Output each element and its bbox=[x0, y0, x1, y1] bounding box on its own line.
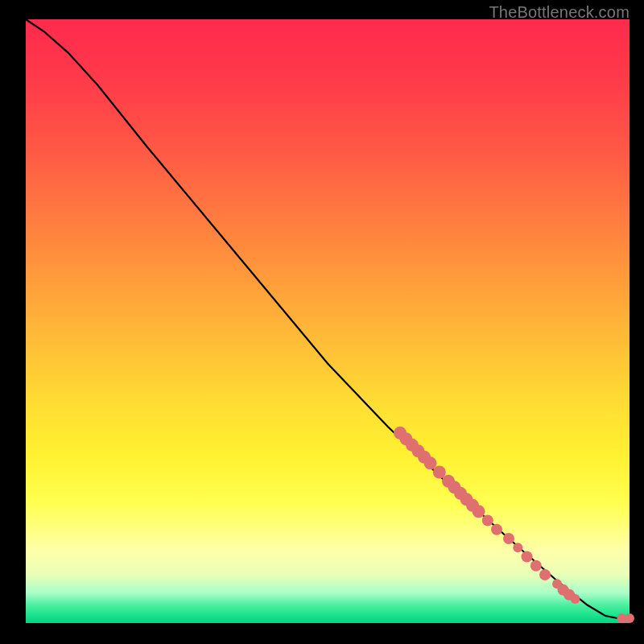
data-marker bbox=[530, 560, 542, 572]
data-marker bbox=[522, 551, 533, 563]
data-marker bbox=[513, 543, 522, 552]
attribution-text: TheBottleneck.com bbox=[489, 3, 630, 22]
data-marker bbox=[482, 515, 493, 526]
data-marker bbox=[503, 533, 514, 544]
data-marker bbox=[539, 569, 551, 580]
data-marker bbox=[571, 594, 580, 604]
data-markers bbox=[394, 427, 634, 623]
chart-stage: TheBottleneck.com bbox=[0, 0, 644, 644]
data-marker bbox=[473, 505, 485, 518]
data-marker bbox=[491, 524, 502, 535]
bottleneck-curve bbox=[26, 19, 630, 618]
chart-overlay bbox=[26, 19, 630, 623]
data-marker bbox=[625, 613, 634, 623]
